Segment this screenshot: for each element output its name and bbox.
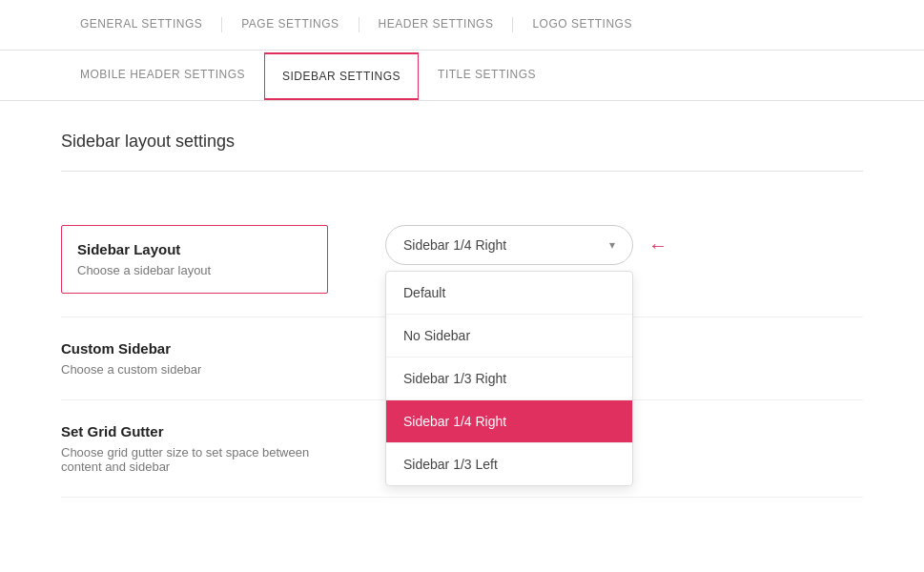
- tab-logo[interactable]: LOGO SETTINGS: [513, 0, 651, 50]
- custom-sidebar-label-block: Custom Sidebar Choose a custom sidebar: [61, 340, 328, 377]
- sidebar-layout-selected: Sidebar 1/4 Right: [403, 237, 506, 253]
- tab-general[interactable]: GENERAL SETTINGS: [61, 0, 221, 50]
- second-nav: MOBILE HEADER SETTINGS SIDEBAR SETTINGS …: [0, 51, 924, 101]
- grid-gutter-desc: Choose grid gutter size to set space bet…: [61, 445, 328, 474]
- top-nav: GENERAL SETTINGS PAGE SETTINGS HEADER SE…: [0, 0, 924, 51]
- content-area: Sidebar layout settings Sidebar Layout C…: [0, 101, 924, 528]
- section-title: Sidebar layout settings: [61, 132, 863, 152]
- chevron-down-icon: ▾: [609, 238, 615, 252]
- tab-page[interactable]: PAGE SETTINGS: [222, 0, 358, 50]
- tab-mobile-header[interactable]: MOBILE HEADER SETTINGS: [61, 51, 264, 100]
- page-wrapper: GENERAL SETTINGS PAGE SETTINGS HEADER SE…: [0, 0, 924, 572]
- sidebar-layout-title: Sidebar Layout: [77, 241, 312, 257]
- tab-title[interactable]: TITLE SETTINGS: [419, 51, 555, 100]
- grid-gutter-label-block: Set Grid Gutter Choose grid gutter size …: [61, 423, 328, 474]
- sidebar-layout-row: Sidebar Layout Choose a sidebar layout S…: [61, 202, 863, 317]
- dropdown-item-sidebar-1-4-right[interactable]: Sidebar 1/4 Right: [386, 400, 632, 443]
- sidebar-layout-dropdown-menu: Default No Sidebar Sidebar 1/3 Right Sid…: [385, 271, 633, 486]
- arrow-indicator: ←: [648, 235, 667, 256]
- grid-gutter-title: Set Grid Gutter: [61, 423, 328, 439]
- tab-sidebar[interactable]: SIDEBAR SETTINGS: [264, 52, 419, 100]
- sidebar-layout-control: Sidebar 1/4 Right ▾ ← Default No Sidebar…: [328, 225, 863, 265]
- dropdown-item-sidebar-1-3-left[interactable]: Sidebar 1/3 Left: [386, 443, 632, 485]
- custom-sidebar-desc: Choose a custom sidebar: [61, 362, 328, 377]
- sidebar-layout-label-block: Sidebar Layout Choose a sidebar layout: [61, 225, 328, 294]
- dropdown-item-sidebar-1-3-right[interactable]: Sidebar 1/3 Right: [386, 358, 632, 400]
- tab-header[interactable]: HEADER SETTINGS: [359, 0, 513, 50]
- custom-sidebar-title: Custom Sidebar: [61, 340, 328, 357]
- section-divider: [61, 171, 863, 172]
- dropdown-item-no-sidebar[interactable]: No Sidebar: [386, 315, 632, 358]
- sidebar-layout-desc: Choose a sidebar layout: [77, 263, 312, 277]
- dropdown-item-default[interactable]: Default: [386, 272, 632, 315]
- sidebar-layout-dropdown[interactable]: Sidebar 1/4 Right ▾: [385, 225, 633, 265]
